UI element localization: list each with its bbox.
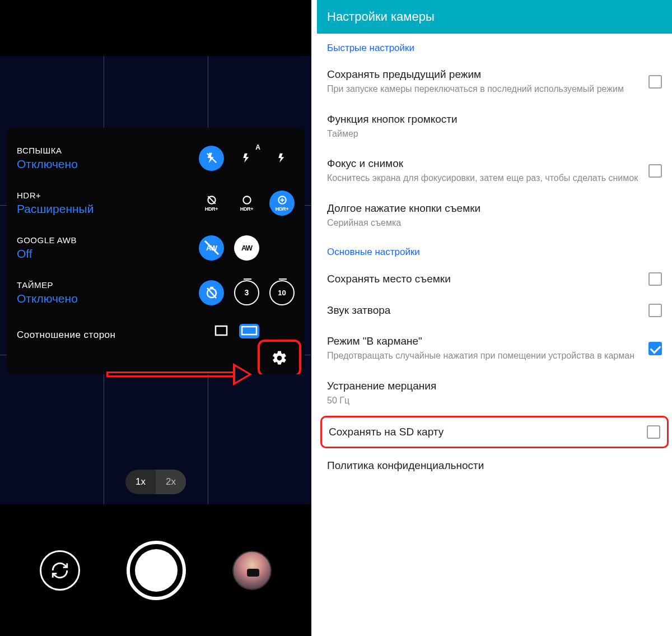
item-pocket-mode[interactable]: Режим "В кармане" Предотвращать случайны…	[317, 326, 672, 371]
flash-off-icon[interactable]	[199, 146, 224, 171]
settings-screen: Настройки камеры Быстрые настройки Сохра…	[317, 0, 672, 636]
item-flicker[interactable]: Устранение мерцания 50 Гц	[317, 371, 672, 416]
item-shutter-sound[interactable]: Звук затвора	[317, 295, 672, 326]
checkbox[interactable]	[648, 164, 662, 178]
setting-row-timer: ТАЙМЕР Отключено 3 10	[17, 270, 295, 315]
timer-10s-icon[interactable]: 10	[269, 280, 295, 305]
gear-icon[interactable]	[271, 350, 288, 366]
timer-off-icon[interactable]	[199, 280, 224, 305]
timer-value: Отключено	[17, 292, 78, 305]
sd-card-highlight: Сохранять на SD карту	[320, 416, 669, 448]
gallery-thumbnail[interactable]	[232, 551, 272, 590]
svg-point-3	[243, 196, 250, 203]
item-prev-mode[interactable]: Сохранять предыдущий режим При запуске к…	[317, 59, 672, 104]
timer-label: ТАЙМЕР	[17, 280, 78, 290]
annotation-arrow	[106, 363, 252, 386]
flash-auto-icon[interactable]: A	[234, 146, 259, 171]
aspect-label: Соотношение сторон	[17, 329, 115, 341]
flash-value: Отключено	[17, 157, 78, 171]
awb-off-icon[interactable]: AW	[199, 235, 224, 261]
shutter-button[interactable]	[127, 541, 186, 600]
settings-highlight	[258, 340, 301, 374]
item-save-sd[interactable]: Сохранять на SD карту	[322, 417, 667, 447]
checkbox[interactable]	[648, 342, 662, 355]
quick-settings-panel: ВСПЫШКА Отключено A	[7, 128, 305, 374]
checkbox[interactable]	[648, 272, 662, 286]
setting-row-hdr: HDR+ Расширенный HDR+ HDR+ HDR+	[17, 180, 295, 225]
hdr-enhanced-icon[interactable]: HDR+	[269, 191, 295, 216]
flash-label: ВСПЫШКА	[17, 146, 78, 155]
timer-3s-icon[interactable]: 3	[234, 280, 259, 305]
camera-screen: ВСПЫШКА Отключено A	[0, 0, 311, 636]
flash-on-icon[interactable]	[269, 146, 295, 171]
setting-row-awb: GOOGLE AWB Off AW AW	[17, 225, 295, 270]
hdr-value: Расширенный	[17, 202, 94, 216]
svg-rect-12	[242, 327, 256, 335]
item-privacy[interactable]: Политика конфиденциальности	[317, 448, 672, 481]
hdr-on-icon[interactable]: HDR+	[234, 191, 259, 216]
item-focus-shot[interactable]: Фокус и снимок Коснитесь экрана для фоку…	[317, 148, 672, 193]
setting-row-aspect: Соотношение сторон	[17, 315, 295, 341]
awb-value: Off	[17, 247, 77, 261]
switch-camera-button[interactable]	[40, 550, 80, 591]
item-long-press[interactable]: Долгое нажатие кнопки съемки Серийная съ…	[317, 193, 672, 238]
checkbox[interactable]	[647, 425, 660, 439]
aspect-169-icon[interactable]	[239, 324, 259, 338]
camera-bottom-bar	[0, 504, 311, 636]
checkbox[interactable]	[648, 304, 662, 317]
section-quick: Быстрые настройки	[317, 34, 672, 59]
awb-on-icon[interactable]: AW	[234, 235, 259, 261]
zoom-2x[interactable]: 2x	[156, 470, 186, 494]
zoom-toggle[interactable]: 1x 2x	[125, 470, 186, 494]
svg-line-7	[205, 241, 218, 254]
zoom-1x[interactable]: 1x	[125, 470, 156, 494]
hdr-off-icon[interactable]: HDR+	[199, 191, 224, 216]
setting-row-flash: ВСПЫШКА Отключено A	[17, 136, 295, 180]
svg-rect-11	[216, 326, 227, 335]
item-save-location[interactable]: Сохранять место съемки	[317, 263, 672, 295]
aspect-43-icon[interactable]	[213, 325, 229, 337]
awb-label: GOOGLE AWB	[17, 235, 77, 245]
hdr-label: HDR+	[17, 191, 94, 200]
section-main: Основные настройки	[317, 238, 672, 263]
item-vol-keys[interactable]: Функция кнопок громкости Таймер	[317, 104, 672, 149]
checkbox[interactable]	[648, 75, 662, 89]
settings-header: Настройки камеры	[317, 0, 672, 34]
